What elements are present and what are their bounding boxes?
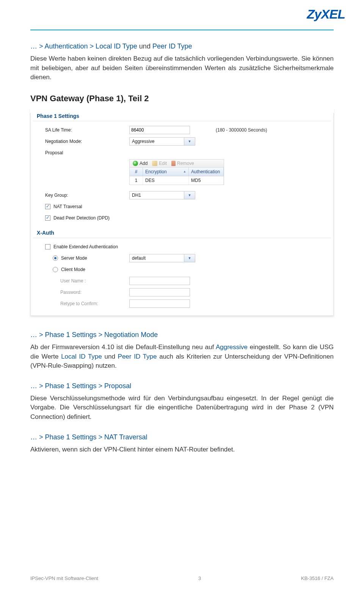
p2-local: Local ID Type	[61, 353, 102, 360]
sort-asc-icon: ▲	[183, 170, 186, 173]
negotiation-label: Negotiation Mode:	[31, 139, 129, 144]
p2-a: Ab der Firmwareversion 4.10 ist die Defa…	[30, 343, 216, 351]
negotiation-combo[interactable]: Aggressive ▼	[129, 137, 195, 146]
password-label: Password:	[31, 290, 129, 295]
dpd-label: Dead Peer Detection (DPD)	[53, 215, 110, 221]
add-button[interactable]: Add	[133, 161, 147, 166]
server-mode-label: Server Mode	[61, 256, 87, 261]
paragraph-nat: Aktivieren, wenn sich der VPN-Client hin…	[30, 445, 334, 455]
paragraph-proposal: Diese Verschlüsselungsmethode wird für d…	[30, 394, 334, 422]
sa-life-label: SA Life Time:	[31, 127, 129, 133]
remove-label: Remove	[177, 161, 194, 166]
p2-peer: Peer ID Type	[118, 353, 157, 360]
paragraph-negmode: Ab der Firmwareversion 4.10 ist die Defa…	[30, 343, 334, 371]
torn-edge	[30, 108, 334, 113]
add-label: Add	[140, 161, 147, 166]
server-mode-radio[interactable]	[53, 256, 58, 261]
remove-icon	[171, 161, 176, 166]
proposal-grid: # Encryption ▲ Authentication 1 DES MD5	[129, 167, 224, 185]
breadcrumb-nat: … > Phase 1 Settings > NAT Traversal	[30, 433, 334, 441]
retype-input[interactable]	[129, 299, 190, 308]
breadcrumb-negmode: … > Phase 1 Settings > Negotiation Mode	[30, 331, 334, 339]
panel-header-xauth: X-Auth	[33, 226, 331, 238]
footer-left: IPSec-VPN mit Software-Client	[30, 575, 98, 581]
cell-num: 1	[130, 176, 143, 185]
password-input[interactable]	[129, 288, 190, 296]
remove-button[interactable]: Remove	[171, 161, 194, 166]
edit-label: Edit	[159, 161, 167, 166]
header-divider	[30, 30, 334, 30]
client-mode-radio[interactable]	[53, 267, 58, 272]
nat-traversal-label: NAT Traversal	[53, 204, 82, 209]
dpd-checkbox[interactable]	[45, 215, 50, 221]
keygroup-label: Key Group:	[31, 193, 129, 198]
section-heading: VPN Gateway (Phase 1), Teil 2	[30, 94, 334, 103]
keygroup-combo[interactable]: DH1 ▼	[129, 191, 195, 199]
para4: Aktivieren, wenn sich der VPN-Client hin…	[30, 445, 334, 455]
col-authentication[interactable]: Authentication	[189, 168, 224, 176]
breadcrumb-auth: … > Authentication > Local ID Type und P…	[30, 42, 334, 50]
proposal-toolbar: Add Edit Remove	[129, 159, 224, 167]
page-footer: IPSec-VPN mit Software-Client 3 KB-3516 …	[30, 575, 334, 581]
breadcrumb-text-b: Peer ID Type	[152, 42, 192, 50]
brand-logo: ZyXEL	[307, 7, 345, 22]
sa-life-input[interactable]	[129, 126, 190, 134]
proposal-label: Proposal	[31, 150, 129, 155]
cell-enc: DES	[143, 176, 189, 185]
retype-label: Retype to Confirm:	[31, 301, 129, 306]
username-input[interactable]	[129, 277, 190, 285]
negotiation-value: Aggressive	[130, 139, 184, 144]
p2-aggressive: Aggressive	[216, 343, 248, 351]
footer-page-number: 3	[198, 575, 201, 581]
server-mode-combo[interactable]: default ▼	[129, 254, 195, 262]
col-number[interactable]: #	[130, 168, 143, 176]
keygroup-value: DH1	[130, 193, 184, 198]
p2-c: und	[102, 353, 118, 360]
username-label: User Name :	[31, 278, 129, 284]
grid-header: # Encryption ▲ Authentication	[130, 168, 224, 176]
breadcrumb-text: … > Authentication > Local ID Type	[30, 42, 137, 50]
sa-life-hint: (180 - 3000000 Seconds)	[216, 127, 267, 133]
breadcrumb-proposal: … > Phase 1 Settings > Proposal	[30, 382, 334, 390]
enable-ext-auth-checkbox[interactable]	[45, 244, 50, 249]
footer-right: KB-3516 / FZA	[301, 575, 334, 581]
para1: Diese Werte haben keinen direkten Bezug …	[30, 54, 334, 82]
server-mode-value: default	[130, 256, 184, 261]
edit-button[interactable]: Edit	[152, 161, 167, 166]
cell-auth: MD5	[189, 176, 224, 185]
enable-ext-auth-label: Enable Extended Authentication	[53, 244, 118, 249]
edit-icon	[152, 161, 157, 166]
nat-traversal-checkbox[interactable]	[45, 204, 50, 209]
col-encryption-label: Encryption	[145, 169, 167, 174]
paragraph-auth: Diese Werte haben keinen direkten Bezug …	[30, 54, 334, 82]
add-icon	[133, 161, 138, 166]
client-mode-label: Client Mode	[61, 267, 85, 272]
chevron-down-icon: ▼	[184, 138, 195, 145]
breadcrumb-sep: und	[137, 42, 152, 50]
para3: Diese Verschlüsselungsmethode wird für d…	[30, 394, 334, 422]
table-row[interactable]: 1 DES MD5	[130, 176, 224, 185]
settings-screenshot: Phase 1 Settings SA Life Time: (180 - 30…	[30, 109, 334, 316]
chevron-down-icon: ▼	[184, 254, 195, 262]
chevron-down-icon: ▼	[184, 191, 195, 199]
col-encryption[interactable]: Encryption ▲	[143, 168, 189, 176]
